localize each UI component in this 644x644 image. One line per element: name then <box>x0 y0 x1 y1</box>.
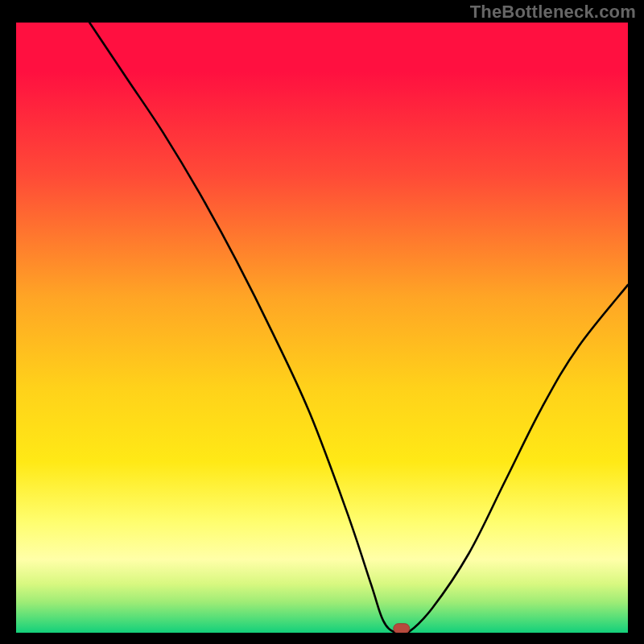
watermark-label: TheBottleneck.com <box>470 2 636 23</box>
chart-svg <box>16 23 628 633</box>
chart-frame: TheBottleneck.com <box>0 0 644 644</box>
optimal-point-marker <box>394 624 410 633</box>
bottleneck-curve <box>89 23 628 633</box>
plot-area <box>16 23 628 633</box>
